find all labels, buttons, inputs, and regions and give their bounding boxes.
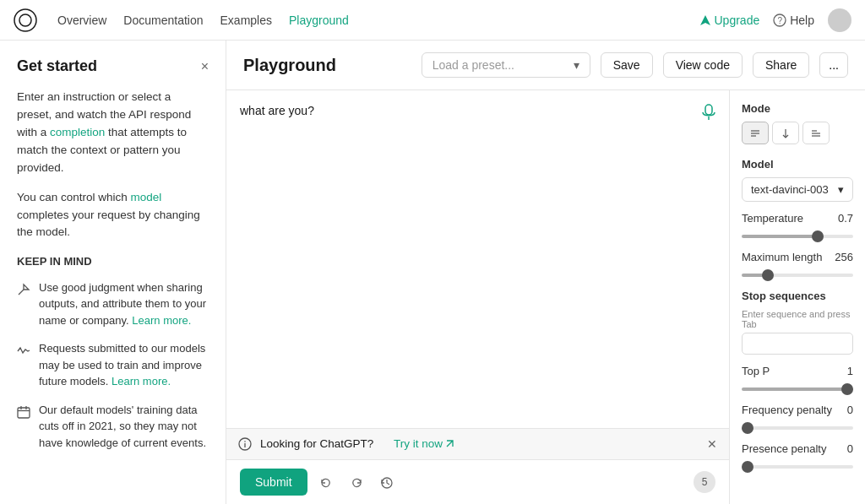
nav-documentation[interactable]: Documentation [123,14,203,27]
banner-close-button[interactable]: ✕ [707,437,717,451]
svg-text:?: ? [778,16,783,25]
freq-penalty-section: Frequency penalty 0 [742,404,853,432]
svg-marker-1 [700,15,710,25]
presence-penalty-section: Presence penalty 0 [742,442,853,471]
nav-examples[interactable]: Examples [220,14,272,27]
model-dropdown[interactable]: text-davinci-003 ▾ [742,177,853,202]
top-p-label: Top P [742,365,770,377]
presence-penalty-slider[interactable] [742,465,853,469]
sidebar-body: Enter an instruction or select a preset,… [17,89,209,451]
presence-penalty-value: 0 [847,442,853,455]
playground-header: Playground Load a preset... ▾ Save View … [226,41,865,90]
model-label: Model [742,158,853,171]
svg-point-14 [244,441,246,442]
svg-rect-10 [705,105,712,115]
model-chevron-icon: ▾ [838,183,844,196]
mode-complete-button[interactable] [742,122,769,144]
list-item: Requests submitted to our models may be … [17,340,209,390]
nav-links: Overview Documentation Examples Playgrou… [57,14,349,27]
nav-right: Upgrade ? Help [699,8,852,32]
text-footer: Submit 5 [226,459,729,504]
playground-title: Playground [243,56,336,75]
info-icon [238,437,252,451]
temperature-label: Temperature [742,212,803,225]
nav-bar: Overview Documentation Examples Playgrou… [0,0,865,41]
nav-overview[interactable]: Overview [57,14,106,27]
activity-icon [17,342,30,390]
close-sidebar-button[interactable]: × [201,59,209,74]
share-button[interactable]: Share [753,52,809,78]
top-p-slider[interactable] [742,387,853,391]
undo-button[interactable] [314,471,338,493]
openai-logo [14,8,37,32]
save-button[interactable]: Save [601,52,653,78]
main-layout: Get started × Enter an instruction or se… [0,41,865,504]
freq-penalty-value: 0 [847,404,853,416]
more-options-button[interactable]: ... [819,52,848,78]
temperature-value: 0.7 [838,212,853,225]
nav-playground[interactable]: Playground [289,14,349,27]
list-item: Our default models' training data cuts o… [17,402,209,452]
svg-rect-6 [18,408,30,418]
max-length-slider[interactable] [742,274,853,277]
text-container [226,90,729,428]
text-input-area: Looking for ChatGPT? Try it now ✕ Submit [226,90,730,504]
presence-penalty-label: Presence penalty [742,442,826,455]
max-length-row: Maximum length 256 [742,251,853,263]
preset-dropdown[interactable]: Load a preset... ▾ [422,52,590,78]
keep-in-mind-list: Use good judgment when sharing outputs, … [17,279,209,452]
char-count-badge: 5 [694,471,715,493]
preset-placeholder: Load a preset... [432,58,514,72]
keep-in-mind-heading: KEEP IN MIND [17,253,209,270]
info-banner-text: Looking for ChatGPT? [260,437,373,450]
view-code-button[interactable]: View code [663,52,743,78]
temperature-slider[interactable] [742,235,853,238]
sidebar-intro-text: Enter an instruction or select a preset,… [17,89,209,177]
mode-label: Mode [742,102,853,115]
upgrade-button[interactable]: Upgrade [699,14,760,27]
settings-panel: Mode Model [730,90,865,504]
temperature-section: Temperature 0.7 [742,212,853,241]
stop-sequences-input[interactable] [742,333,853,355]
sidebar-title: Get started [17,57,97,75]
calendar-icon [17,404,30,452]
history-button[interactable] [375,471,399,493]
presence-penalty-row: Presence penalty 0 [742,442,853,455]
model-value: text-davinci-003 [751,183,829,196]
sidebar-model-text: You can control which model completes yo… [17,189,209,242]
help-button[interactable]: ? Help [773,14,814,27]
try-it-now-link[interactable]: Try it now [394,437,454,450]
info-banner: Looking for ChatGPT? Try it now ✕ [226,428,729,459]
playground-area: Playground Load a preset... ▾ Save View … [226,41,865,504]
sidebar-header: Get started × [17,57,209,75]
playground-body: Looking for ChatGPT? Try it now ✕ Submit [226,90,865,504]
stop-sequences-section: Stop sequences Enter sequence and press … [742,290,853,355]
top-p-row: Top P 1 [742,365,853,377]
top-p-section: Top P 1 [742,365,853,393]
svg-marker-5 [24,285,29,290]
max-length-label: Maximum length [742,251,822,263]
mode-insert-button[interactable] [772,122,799,144]
stop-sequences-hint: Enter sequence and press Tab [742,309,853,329]
max-length-section: Maximum length 256 [742,251,853,279]
completion-link[interactable]: completion [50,126,105,138]
freq-penalty-label: Frequency penalty [742,404,832,416]
redo-button[interactable] [345,471,368,493]
prompt-input[interactable] [240,104,715,428]
user-avatar[interactable] [828,8,851,32]
learn-more-link-1[interactable]: Learn more. [132,314,191,327]
temperature-row: Temperature 0.7 [742,212,853,225]
freq-penalty-slider[interactable] [742,426,853,430]
list-item: Use good judgment when sharing outputs, … [17,279,209,329]
submit-button[interactable]: Submit [240,469,307,496]
learn-more-link-2[interactable]: Learn more. [112,375,171,387]
model-link[interactable]: model [131,191,162,203]
mode-edit-button[interactable] [802,122,830,144]
stop-sequences-label: Stop sequences [742,290,853,302]
send-icon [17,281,30,329]
chevron-down-icon: ▾ [574,58,579,72]
max-length-value: 256 [835,251,853,263]
svg-line-4 [19,290,24,295]
svg-point-0 [14,9,36,31]
microphone-icon[interactable] [702,104,715,121]
